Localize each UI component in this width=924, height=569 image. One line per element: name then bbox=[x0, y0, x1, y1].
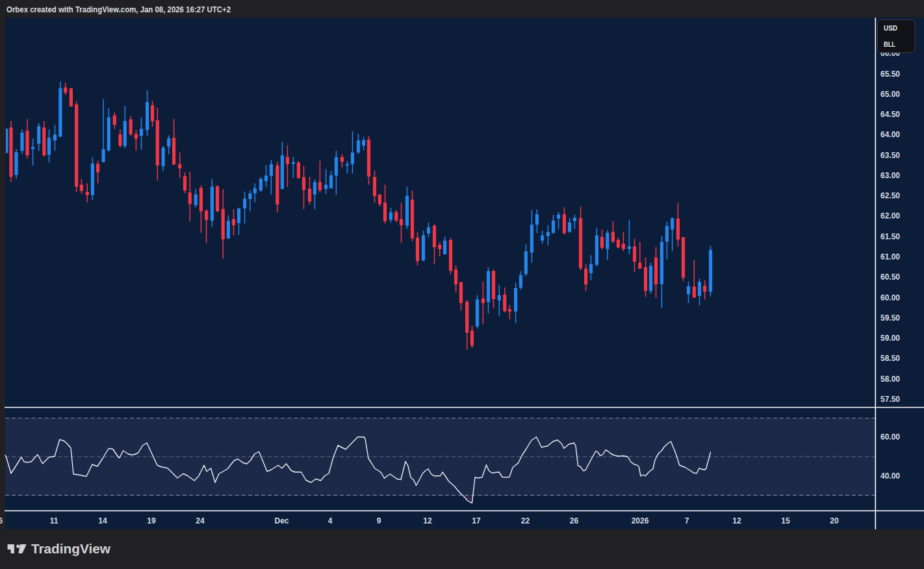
svg-text:12: 12 bbox=[423, 516, 432, 525]
svg-text:22: 22 bbox=[521, 516, 530, 525]
svg-text:2026: 2026 bbox=[632, 516, 649, 525]
svg-text:40.00: 40.00 bbox=[880, 471, 900, 481]
svg-text:24: 24 bbox=[196, 516, 205, 525]
svg-text:65.50: 65.50 bbox=[880, 70, 900, 79]
svg-text:BLL: BLL bbox=[884, 40, 895, 48]
svg-text:60.00: 60.00 bbox=[880, 432, 900, 442]
svg-text:11: 11 bbox=[50, 516, 58, 525]
svg-text:61.50: 61.50 bbox=[880, 232, 900, 241]
svg-text:USD: USD bbox=[884, 24, 897, 32]
svg-text:58.50: 58.50 bbox=[880, 354, 900, 363]
svg-text:60.00: 60.00 bbox=[880, 293, 900, 302]
svg-text:17: 17 bbox=[472, 516, 481, 525]
svg-text:63.50: 63.50 bbox=[880, 151, 900, 160]
svg-text:62.50: 62.50 bbox=[880, 191, 900, 200]
svg-text:58.00: 58.00 bbox=[880, 375, 900, 384]
svg-text:64.00: 64.00 bbox=[880, 130, 900, 139]
svg-text:62.00: 62.00 bbox=[880, 211, 900, 220]
svg-text:64.50: 64.50 bbox=[880, 110, 900, 119]
svg-text:15: 15 bbox=[781, 516, 790, 525]
svg-text:14: 14 bbox=[98, 516, 107, 525]
svg-text:Orbex created with TradingView: Orbex created with TradingView.com, Jan … bbox=[6, 5, 231, 14]
svg-text:59.50: 59.50 bbox=[880, 313, 900, 323]
svg-text:57.50: 57.50 bbox=[880, 395, 900, 404]
svg-text:63.00: 63.00 bbox=[880, 171, 900, 180]
svg-text:6: 6 bbox=[0, 516, 3, 525]
svg-text:60.50: 60.50 bbox=[880, 272, 900, 282]
svg-text:TradingView: TradingView bbox=[31, 541, 110, 556]
svg-text:12: 12 bbox=[732, 516, 741, 525]
svg-text:Dec: Dec bbox=[274, 516, 289, 525]
svg-text:59.00: 59.00 bbox=[880, 334, 900, 343]
svg-text:7: 7 bbox=[685, 516, 689, 525]
svg-text:19: 19 bbox=[147, 516, 156, 525]
svg-text:20: 20 bbox=[830, 516, 839, 525]
svg-text:4: 4 bbox=[328, 516, 333, 525]
svg-text:26: 26 bbox=[570, 516, 579, 525]
svg-text:65.00: 65.00 bbox=[880, 90, 900, 99]
svg-text:9: 9 bbox=[377, 516, 381, 525]
svg-text:61.00: 61.00 bbox=[880, 252, 900, 261]
